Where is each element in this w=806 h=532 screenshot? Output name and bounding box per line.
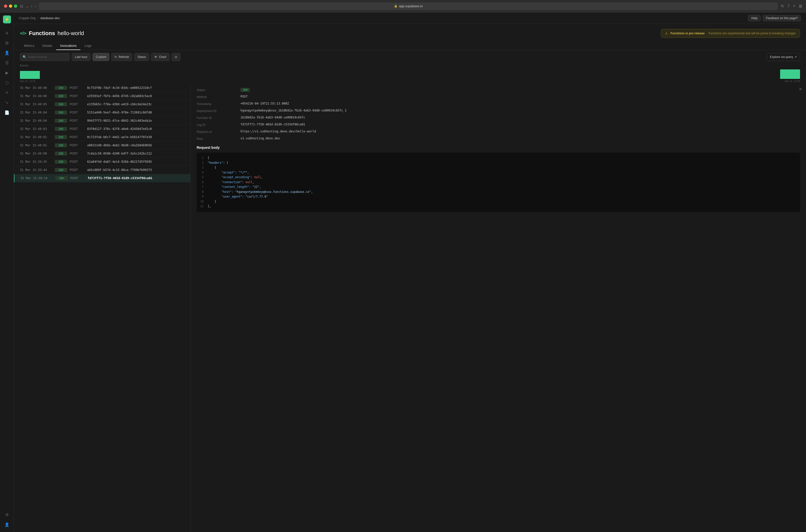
- url-text: app.supabase.io: [399, 4, 423, 8]
- chart-button[interactable]: 👁 Chart: [151, 53, 169, 61]
- chevron-icon[interactable]: ⌄: [26, 4, 29, 8]
- chart-bar-right: [780, 70, 800, 79]
- refresh-button[interactable]: ↻ Refresh: [111, 53, 132, 61]
- breadcrumb-project[interactable]: database.dev: [40, 16, 60, 20]
- event-time: 31 Mar 15:48:01: [20, 144, 52, 147]
- sidebar-item-docs[interactable]: 📄: [2, 108, 12, 117]
- maximize-traffic-light[interactable]: [14, 4, 17, 8]
- event-id: 8c753f0b-74af-4c34-83dc-ed08522310cf: [87, 86, 185, 90]
- tab-metrics[interactable]: Metrics: [20, 42, 38, 50]
- detail-panel: ✕ Status 200 Method POST Timestamp +0542…: [191, 84, 806, 532]
- chart-left-time: Mar 31, 13:39: [20, 80, 35, 82]
- host-label: Host: [196, 137, 237, 140]
- detail-grid: Status 200 Method POST Timestamp +054216…: [196, 88, 800, 140]
- event-method: POST: [70, 127, 85, 131]
- table-row[interactable]: 31 Mar 15:48:04 200 POST 99437ff3-9831-4…: [14, 117, 190, 125]
- table-row[interactable]: 31 Mar 15:39:44 200 POST ab5c089f-b57d-4…: [14, 166, 190, 174]
- code-text: ],: [208, 204, 211, 209]
- warning-icon: ⚠: [665, 32, 668, 35]
- search-icon: 🔍: [23, 55, 26, 59]
- last-hour-button[interactable]: Last hour: [72, 53, 91, 61]
- close-traffic-light[interactable]: [4, 4, 7, 8]
- table-row[interactable]: 31 Mar 15:48:08 200 POST 8c753f0b-74af-4…: [14, 84, 190, 92]
- line-num: 5: [200, 175, 204, 180]
- search-box[interactable]: 🔍 Search events: [20, 53, 70, 61]
- table-row[interactable]: 31 Mar 15:48:05 200 POST e135bb5c-f78a-4…: [14, 100, 190, 109]
- status-badge: 200: [55, 152, 67, 155]
- share-icon[interactable]: ⤴: [788, 4, 790, 8]
- sidebar-item-settings[interactable]: ⚙: [2, 510, 12, 519]
- browser-actions: ↻ ⤴ + ⊞: [781, 4, 802, 8]
- table-row[interactable]: 31 Mar 15:48:04 200 POST 5151ad40-5ea7-4…: [14, 109, 190, 117]
- request-body-title: Request body: [196, 146, 800, 150]
- close-button[interactable]: ✕: [799, 87, 802, 92]
- traffic-lights: [4, 4, 17, 8]
- status-value: 200: [241, 88, 800, 92]
- minimize-traffic-light[interactable]: [9, 4, 12, 8]
- sidebar-item-database[interactable]: ⬡: [2, 78, 12, 87]
- code-text: {: [208, 155, 209, 160]
- event-id: 5151ad40-5ea7-49a5-970e-713681c0dfd8: [87, 111, 185, 114]
- new-tab-icon[interactable]: +: [793, 4, 795, 8]
- request-url-value: https://v1.subhosting.deno.dev/hello-wor…: [241, 130, 800, 134]
- pre-release-bold-text: Functions is pre release: [670, 32, 705, 35]
- tab-details[interactable]: Details: [38, 42, 56, 50]
- code-text: "host": "hganqyntpokmkeyqbvux.functions.…: [208, 190, 313, 195]
- log-id-label: Log ID: [196, 123, 237, 127]
- explore-button[interactable]: Explore via query ↗: [767, 53, 800, 61]
- reload-icon[interactable]: ↻: [781, 4, 784, 8]
- tab-logs[interactable]: Logs: [80, 42, 95, 50]
- help-button[interactable]: Help: [748, 15, 761, 21]
- main-content: Copple Org / database.dev Help Feedback …: [14, 13, 806, 532]
- table-row-selected[interactable]: 31 Mar 15:39:14 200 POST fd73ff71-7f50-4…: [14, 174, 190, 183]
- sidebar-item-functions[interactable]: ▶: [2, 68, 12, 77]
- code-text: "accept": "*/*",: [208, 170, 249, 175]
- forward-icon[interactable]: ›: [35, 4, 36, 8]
- sidebar-item-home[interactable]: ⌂: [2, 28, 12, 37]
- event-time: 31 Mar 15:48:08: [20, 86, 52, 90]
- code-text: {: [208, 165, 216, 170]
- sidebar-toggle-icon[interactable]: ⊡: [20, 4, 23, 8]
- custom-button[interactable]: Custom: [93, 53, 109, 61]
- table-row[interactable]: 31 Mar 15:39:45 200 POST 62a04f4d-da87-4…: [14, 158, 190, 166]
- event-method: POST: [70, 168, 85, 172]
- breadcrumb: Copple Org / database.dev: [19, 16, 60, 20]
- app-logo[interactable]: ⚡: [3, 15, 11, 23]
- sidebar-item-logs[interactable]: ≡: [2, 88, 12, 97]
- page-header: </> Functions hello-world ⚠ Functions is…: [14, 24, 806, 38]
- timestamp-value: +054216-04-19T21:55:13.000Z: [241, 102, 800, 106]
- line-num: 9: [200, 194, 204, 199]
- sidebar-item-metrics[interactable]: ∿: [2, 98, 12, 107]
- table-row[interactable]: 31 Mar 15:48:01 200 POST a9815140-db9a-4…: [14, 141, 190, 150]
- table-row[interactable]: 31 Mar 15:48:02 200 POST 0c723fab-b6c7-4…: [14, 133, 190, 141]
- code-line: 7 "content_length": "22",: [200, 185, 797, 190]
- sidebar-item-user[interactable]: 👤: [2, 520, 12, 529]
- events-list: 31 Mar 15:48:08 200 POST 8c753f0b-74af-4…: [14, 84, 191, 532]
- tab-invocations[interactable]: Invocations: [56, 42, 81, 50]
- breadcrumb-org[interactable]: Copple Org: [19, 16, 35, 20]
- status-badge: 200: [55, 86, 67, 90]
- code-line: 10 }: [200, 199, 797, 204]
- table-row[interactable]: 31 Mar 15:48:03 200 POST 83f0d127-376c-4…: [14, 125, 190, 133]
- table-row[interactable]: 31 Mar 15:48:00 200 POST 7cda1c58-8598-4…: [14, 150, 190, 158]
- extra-options-button[interactable]: ⊙: [171, 53, 181, 61]
- sidebar-item-auth[interactable]: 👤: [2, 48, 12, 57]
- top-bar-actions: Help Feedback on this page?: [748, 15, 801, 21]
- event-time: 31 Mar 15:39:44: [20, 168, 52, 172]
- sidebar-item-table[interactable]: ⊞: [2, 38, 12, 47]
- address-bar[interactable]: 🔒 app.supabase.io: [39, 2, 777, 10]
- sidebar-item-storage[interactable]: ☰: [2, 58, 12, 67]
- sidebar: ⚡ ⌂ ⊞ 👤 ☰ ▶ ⬡ ≡ ∿ 📄 ⚙ 👤: [0, 13, 14, 532]
- event-time: 31 Mar 15:48:04: [20, 119, 52, 122]
- back-icon[interactable]: ‹: [31, 4, 32, 8]
- event-id: 7cda1c58-8598-4290-bdff-3a5c242bc212: [87, 152, 185, 155]
- table-row[interactable]: 31 Mar 15:48:06 200 POST e25593af-fbfe-4…: [14, 92, 190, 100]
- refresh-label: Refresh: [118, 55, 129, 59]
- chart-timestamps: Mar 31, 13:39 Mar 31, 13:48: [20, 80, 800, 82]
- event-time: 31 Mar 15:48:00: [20, 152, 52, 155]
- lock-icon: 🔒: [394, 4, 397, 8]
- status-button[interactable]: Status: [134, 53, 149, 61]
- grid-icon[interactable]: ⊞: [799, 4, 802, 8]
- status-badge: 200: [55, 168, 67, 172]
- feedback-button[interactable]: Feedback on this page?: [763, 15, 801, 21]
